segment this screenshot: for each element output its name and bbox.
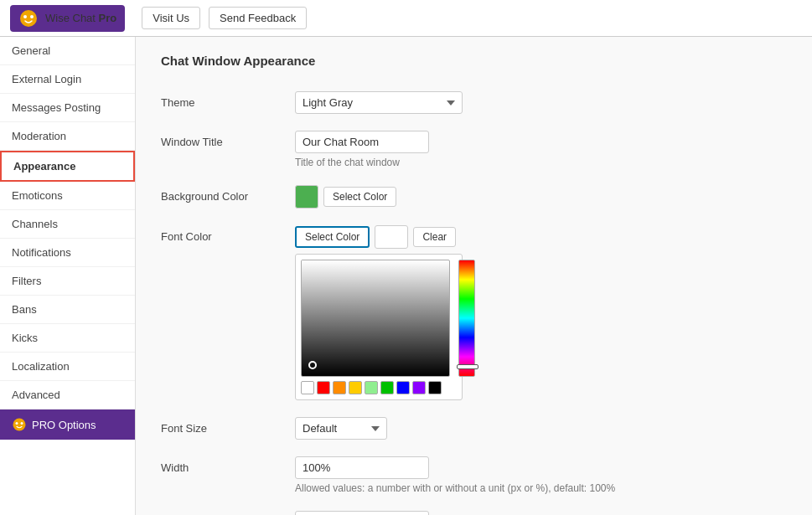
top-bar: Wise Chat Pro Visit Us Send Feedback [0,0,812,37]
window-title-row: Window Title Title of the chat window [161,131,787,168]
swatch-blue[interactable] [396,381,410,394]
bg-color-btn-row: Select Color [295,185,787,209]
theme-control: Light GrayDarkClassicModern [295,91,787,114]
width-row: Width Allowed values: a number with or w… [161,456,787,494]
sidebar-item-pro[interactable]: PRO Options [0,409,135,440]
sidebar-item-general[interactable]: General [0,37,135,65]
sidebar-item-notifications[interactable]: Notifications [0,239,135,267]
font-color-row: Font Color Select Color Clear [161,225,787,400]
sidebar-item-advanced[interactable]: Advanced [0,381,135,409]
logo-text: Wise Chat Pro [45,12,116,24]
sidebar-item-kicks[interactable]: Kicks [0,324,135,353]
sidebar-item-external-login[interactable]: External Login [0,65,135,94]
font-color-label: Font Color [161,225,295,243]
font-color-btn-row: Select Color Clear [295,225,787,249]
height-input[interactable] [295,511,429,515]
color-swatches-row [301,381,457,394]
bg-select-color-button[interactable]: Select Color [323,187,396,207]
font-size-label: Font Size [161,417,295,435]
swatch-violet[interactable] [412,381,426,394]
font-select-color-button[interactable]: Select Color [295,226,370,248]
width-input[interactable] [295,456,429,479]
color-gradient[interactable] [301,260,450,377]
pro-label: PRO Options [32,419,96,431]
width-help: Allowed values: a number with or without… [295,482,787,494]
swatch-green[interactable] [380,381,394,394]
swatch-green-light[interactable] [365,381,378,394]
font-size-control: DefaultSmallMediumLarge [295,417,787,440]
height-row: Height Allowed values: a number with or … [161,511,787,515]
font-color-swatch[interactable] [375,225,408,249]
swatch-red[interactable] [317,381,330,394]
theme-label: Theme [161,91,295,109]
font-clear-button[interactable]: Clear [413,227,456,247]
theme-select[interactable]: Light GrayDarkClassicModern [295,91,463,114]
svg-point-0 [20,10,37,27]
swatch-black[interactable] [428,381,442,394]
sidebar: General External Login Messages Posting … [0,37,136,515]
visit-us-button[interactable]: Visit Us [142,7,200,29]
color-picker-panel [295,254,463,400]
svg-point-2 [30,15,34,18]
svg-point-1 [23,15,27,18]
sidebar-item-appearance[interactable]: Appearance [0,151,135,182]
swatch-orange[interactable] [333,381,346,394]
window-title-input[interactable] [295,131,429,153]
color-hue-bar[interactable] [458,260,475,377]
picker-gradient-row [301,260,457,377]
theme-row: Theme Light GrayDarkClassicModern [161,91,787,114]
svg-point-5 [21,422,23,425]
height-control: Allowed values: a number with or without… [295,511,787,515]
bg-color-swatch[interactable] [295,185,318,209]
font-size-select[interactable]: DefaultSmallMediumLarge [295,417,387,440]
bg-color-row: Background Color Select Color [161,185,787,209]
sidebar-item-moderation[interactable]: Moderation [0,122,135,151]
svg-point-3 [13,419,26,431]
logo-icon [18,8,39,28]
height-label: Height [161,511,295,515]
send-feedback-button[interactable]: Send Feedback [209,7,307,29]
window-title-help: Title of the chat window [295,157,787,168]
pro-icon [12,417,27,432]
sidebar-item-filters[interactable]: Filters [0,267,135,296]
width-label: Width [161,456,295,474]
main-layout: General External Login Messages Posting … [0,37,812,515]
swatch-white[interactable] [301,381,314,394]
sidebar-item-emoticons[interactable]: Emoticons [0,182,135,210]
font-size-row: Font Size DefaultSmallMediumLarge [161,417,787,440]
window-title-label: Window Title [161,131,295,148]
sidebar-item-bans[interactable]: Bans [0,296,135,324]
content-area: Chat Window Appearance Theme Light GrayD… [136,37,812,515]
sidebar-item-channels[interactable]: Channels [0,210,135,239]
svg-point-4 [16,422,18,425]
window-title-control: Title of the chat window [295,131,787,168]
font-color-control: Select Color Clear [295,225,787,400]
width-control: Allowed values: a number with or without… [295,456,787,494]
bg-color-label: Background Color [161,185,295,203]
swatch-yellow[interactable] [349,381,362,394]
bg-color-control: Select Color [295,185,787,209]
section-title: Chat Window Appearance [161,54,787,75]
logo-area: Wise Chat Pro [10,5,125,32]
sidebar-item-messages-posting[interactable]: Messages Posting [0,94,135,122]
sidebar-item-localization[interactable]: Localization [0,353,135,381]
